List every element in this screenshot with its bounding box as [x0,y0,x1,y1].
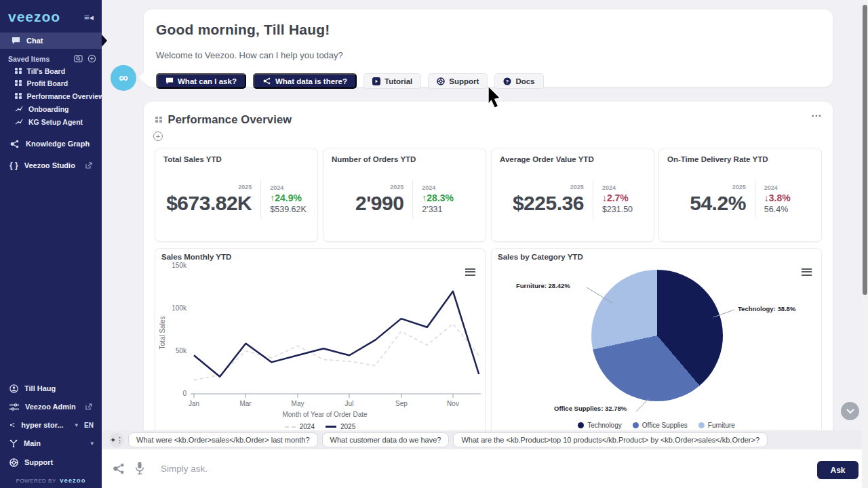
powered-by: POWERED BY veezoo [0,476,102,484]
svg-text:Jul: Jul [345,400,354,407]
external-link-icon [85,162,92,169]
legend-dot-furniture [698,422,705,428]
svg-text:0: 0 [182,390,186,397]
line-chart-legend: 2024 2025 [155,423,485,430]
sidebar-expand-handle[interactable] [102,35,107,47]
kpi-value: 54.2% [690,192,746,215]
pie-label-office-supplies: Office Supplies: 32.78% [554,405,627,412]
agent-icon [15,119,23,125]
sidebar-item-env-main[interactable]: Main ▾ [0,436,102,450]
veezoo-logo: veezoo [8,9,60,25]
ask-button[interactable]: Ask [817,461,859,479]
support-button[interactable]: Support [428,73,488,89]
legend-swatch-2025 [326,426,336,428]
add-board-icon[interactable] [87,54,96,63]
app-window: veezoo ≡◂ Chat Saved Items Till's Board … [0,0,868,488]
board-title: Performance Overview [168,113,292,126]
kpi-prev-value: $231.50 [602,205,633,214]
kpi-card-avg-order-value: Average Order Value YTD 2025 $225.36 202… [491,148,654,242]
chevron-down-icon: ▾ [75,422,79,428]
svg-text:?: ? [506,78,509,84]
board-icon [15,80,22,87]
svg-text:150k: 150k [172,262,187,269]
sidebar-item-veezoo-admin[interactable]: Veezoo Admin [0,400,102,413]
sidebar-item-knowledge-graph[interactable]: Knowledge Graph [0,137,102,150]
suggestion-bar: ✦⋮ What were <kb.Order>sales</kb.Order> … [102,430,868,449]
ask-input[interactable]: Simply ask. [161,464,208,474]
suggestion-chip[interactable]: What are the <kb.Product>top 10 products… [453,432,768,447]
kpi-value: $225.36 [513,192,584,215]
docs-button[interactable]: ? Docs [494,73,543,89]
pie-label-furniture: Furniture: 28.42% [516,282,570,289]
kpi-card-on-time-delivery: On-Time Delivery Rate YTD 2025 54.2% 202… [658,148,822,242]
code-braces-icon: { } [9,161,18,170]
svg-text:Jan: Jan [189,400,199,407]
what-can-i-ask-button[interactable]: What can I ask? [156,73,246,89]
line-chart-plot: 150k 100k 50k 0 Total Sales Jan Mar May … [155,249,486,422]
kpi-change: ↑28.3% [422,192,454,203]
svg-text:100k: 100k [172,304,187,312]
lifebuoy-icon [437,77,445,85]
kpi-prev-value: 2'331 [422,205,454,214]
arrow-down-icon: ↓ [602,192,607,203]
agent-icon [15,106,23,113]
question-circle-icon: ? [503,77,511,85]
greeting-card: Good morning, Till Haug! Welcome to Veez… [144,9,833,87]
pie-chart-title: Sales by Category YTD [498,253,583,261]
arrow-down-icon: ↓ [764,192,769,203]
microphone-icon[interactable] [135,462,144,475]
sliders-icon [9,403,19,411]
graph-icon [262,77,271,85]
refresh-suggestions-icon[interactable]: ✦⋮ [109,432,124,447]
pie-chart[interactable] [591,270,723,401]
kpi-value: 2'990 [355,192,403,215]
saved-items-header: Saved Items [8,54,96,63]
legend-swatch-2024 [285,426,296,428]
sidebar: veezoo ≡◂ Chat Saved Items Till's Board … [0,0,102,488]
chevron-down-icon: ▾ [90,440,94,447]
board-icon [15,93,22,100]
sidebar-item-veezoo-studio[interactable]: { } Veezoo Studio [0,159,102,172]
series-2025-line [194,291,479,377]
lifebuoy-icon [9,458,18,467]
svg-text:Nov: Nov [447,400,459,407]
sidebar-item-workspace[interactable]: hyper stor... ▾ EN [0,418,102,432]
sidebar-item-profit-board[interactable]: Profit Board [0,77,102,89]
scrollbar-thumb[interactable] [863,5,867,295]
play-icon [372,77,380,85]
svg-text:Mar: Mar [239,400,252,407]
powered-by-brand: veezoo [60,476,85,484]
kpi-value: $673.82K [166,192,252,215]
language-badge[interactable]: EN [84,422,94,429]
tutorial-button[interactable]: Tutorial [363,73,421,89]
scroll-to-bottom-button[interactable] [841,402,859,420]
legend-dot-technology [578,422,584,428]
board-options-icon[interactable]: ... [811,107,822,119]
what-data-is-there-button[interactable]: What data is there? [253,73,357,89]
suggestion-chip[interactable]: What customer data do we have? [322,432,450,447]
svg-text:50k: 50k [176,347,187,354]
kpi-prev-value: 56.4% [764,205,791,214]
collapse-sidebar-icon[interactable]: ≡◂ [84,12,94,22]
sidebar-item-onboarding[interactable]: Onboarding [0,102,102,115]
pie-chart-legend: Technology Office Supplies Furniture [492,422,821,429]
suggestion-chip[interactable]: What were <kb.Order>sales</kb.Order> las… [128,432,318,447]
sidebar-item-kg-setup-agent[interactable]: KG Setup Agent [0,115,102,128]
ask-input-row: Simply ask. Ask [102,449,868,488]
svg-text:Sep: Sep [395,400,408,407]
sidebar-item-support[interactable]: Support [0,455,102,469]
sidebar-item-tills-board[interactable]: Till's Board [0,64,102,77]
branch-icon [9,439,18,447]
search-boards-icon[interactable] [74,54,83,63]
chart-menu-icon[interactable] [802,266,812,277]
sidebar-item-user[interactable]: Till Haug [0,382,102,395]
board-icon [155,117,162,123]
sidebar-item-performance-overview[interactable]: Performance Overview [0,89,102,102]
y-axis-label: Total Sales [159,317,166,350]
kpi-card-total-sales: Total Sales YTD 2025 $673.82K 2024 ↑24.9… [155,148,318,242]
sidebar-item-chat[interactable]: Chat [0,33,102,49]
chat-icon [165,77,174,85]
add-widget-icon[interactable]: + [153,131,163,141]
user-icon [9,384,18,393]
knowledge-graph-toggle-icon[interactable] [112,463,125,474]
